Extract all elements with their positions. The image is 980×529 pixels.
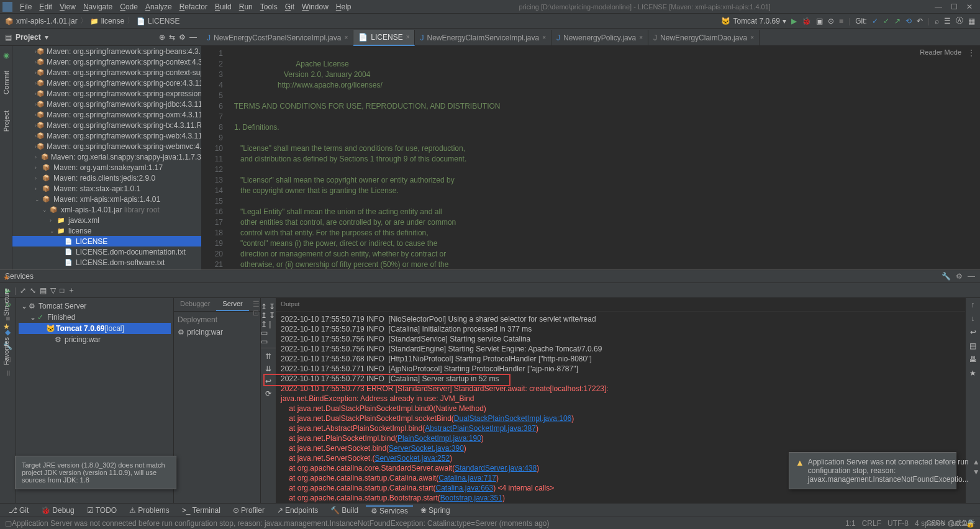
menu-help[interactable]: Help [332, 2, 355, 11]
code-content[interactable]: Apache License Version 2.0, January 2004… [228, 46, 980, 269]
tree-row[interactable]: ›📦Maven: org.yaml:snakeyaml:1.17 [12, 162, 201, 173]
tip-up-icon[interactable]: ▲ [973, 458, 980, 466]
tree-row[interactable]: ›📦Maven: stax:stax-api:1.0.1 [12, 183, 201, 194]
menu-edit[interactable]: Edit [35, 2, 56, 11]
avatar-icon[interactable]: Ⓐ [956, 16, 963, 26]
project-vtab[interactable]: Project [1, 106, 11, 137]
menu-refactor[interactable]: Refactor [176, 2, 211, 11]
menu-run[interactable]: Run [235, 2, 256, 11]
git-update-icon[interactable]: ✓ [872, 17, 878, 25]
search-icon[interactable]: ⌕ [935, 17, 939, 25]
services-wrench-icon[interactable]: 🔧 [941, 272, 951, 281]
editor-tab[interactable]: JNewEnergyCostPanelServiceImpl.java× [202, 30, 353, 46]
svc-expand-icon[interactable]: ⤢ [20, 286, 26, 295]
coverage-icon[interactable]: ▣ [816, 17, 823, 25]
profile-icon[interactable]: ⊙ [828, 17, 834, 25]
out-up-icon[interactable]: ⇈ [265, 352, 271, 361]
svc-tree-icon[interactable]: ▤ [40, 286, 47, 295]
tree-row[interactable]: ›📦Maven: org.springframework:spring-oxm:… [12, 109, 201, 120]
run-config-selector[interactable]: 🐱Tomcat 7.0.69▾ [721, 17, 786, 25]
editor-tab[interactable]: 📄LICENSE× [353, 30, 415, 46]
services-gear-icon[interactable]: ⚙ [956, 272, 963, 281]
tree-collapse-icon[interactable]: ⇆ [169, 33, 175, 42]
tree-row[interactable]: ⌄📦Maven: xml-apis:xml-apis:1.4.01 [12, 194, 201, 204]
menu-tools[interactable]: Tools [256, 2, 281, 11]
tab-close-icon[interactable]: × [750, 34, 754, 41]
tip-down-icon[interactable]: ▼ [973, 468, 980, 476]
scroll-bot-icon[interactable]: ↓ [971, 314, 975, 323]
services-hide-icon[interactable]: — [968, 272, 975, 281]
close-icon[interactable]: ✕ [966, 2, 973, 11]
menu-code[interactable]: Code [116, 2, 142, 11]
maximize-icon[interactable]: ☐ [951, 2, 958, 11]
code-editor[interactable]: 123456789101112131415161718192021 Apache… [202, 46, 980, 269]
tree-row[interactable]: ›📦Maven: org.springframework:spring-expr… [12, 88, 201, 99]
tree-row[interactable]: ›📦Maven: org.springframework:spring-web:… [12, 130, 201, 141]
menu-view[interactable]: View [56, 2, 79, 11]
favorites-vtab[interactable]: Favorites [2, 337, 10, 365]
tree-row[interactable]: 📄LICENSE.dom-software.txt [12, 257, 201, 268]
editor-tab[interactable]: JNewEnergyClaimServiceImpl.java× [415, 30, 551, 46]
more-icon[interactable]: ▦ [968, 17, 975, 25]
svc-tree-row[interactable]: ⌄✓Finished [19, 312, 171, 323]
reader-mode-label[interactable]: Reader Mode [920, 48, 961, 56]
svc-tree-row[interactable]: ⌄⚙Tomcat Server [19, 301, 171, 312]
breadcrumb-jar[interactable]: 📦xml-apis-1.4.01.jar [5, 17, 78, 25]
tab-server[interactable]: Server [216, 298, 248, 311]
minimize-icon[interactable]: — [935, 2, 942, 11]
menu-analyze[interactable]: Analyze [142, 2, 176, 11]
stop-icon[interactable]: ■ [839, 17, 843, 25]
tab-close-icon[interactable]: × [344, 34, 348, 41]
out-softwrap-icon[interactable]: ↩ [970, 328, 976, 337]
bottom-tab-git[interactable]: ⎇Git [4, 506, 34, 515]
git-commit-icon[interactable]: ✓ [883, 17, 889, 25]
out-print-icon[interactable]: 🖶 [969, 355, 977, 364]
tree-row[interactable]: ⌄📁license [12, 225, 201, 236]
status-item[interactable]: UTF-8 [887, 519, 909, 528]
tab-close-icon[interactable]: × [639, 34, 643, 41]
fav-icon[interactable]: ★ [3, 322, 10, 331]
tree-row[interactable]: ›📦Maven: org.springframework:spring-bean… [12, 46, 201, 57]
tree-row[interactable]: ›📦Maven: org.xerial.snappy:snappy-java:1… [12, 151, 201, 162]
status-icon[interactable]: ▢ [5, 519, 12, 528]
bottom-tab-debug[interactable]: 🐞Debug [36, 506, 79, 515]
bookmark-icon[interactable]: ★ [3, 273, 10, 282]
out-wrap-icon[interactable]: ↩ [265, 377, 271, 386]
git-push-icon[interactable]: ↗ [894, 17, 901, 25]
editor-tab[interactable]: JNewenergyPolicy.java× [551, 30, 648, 46]
commit-vtab[interactable]: Commit [1, 66, 11, 99]
tree-row[interactable]: ›📦Maven: org.springframework:spring-webm… [12, 141, 201, 151]
svc-add-icon[interactable]: ＋ [68, 285, 75, 296]
out-down-icon[interactable]: ⇊ [265, 364, 271, 373]
tab-debugger[interactable]: Debugger [174, 298, 216, 311]
menu-git[interactable]: Git [281, 2, 298, 11]
bottom-tab-build[interactable]: 🔨Build [325, 506, 363, 515]
bottom-tab-services[interactable]: ⚙Services [366, 505, 413, 515]
deployment-item[interactable]: ⚙pricing:war [178, 328, 256, 337]
debug-icon[interactable]: 🐞 [802, 17, 811, 25]
out-more-icon[interactable]: ★ [969, 369, 976, 378]
commit-vtab-icon[interactable]: ◉ [3, 51, 9, 60]
bottom-tab-spring[interactable]: ❀Spring [415, 506, 455, 515]
tree-settings-icon[interactable]: ⚙ [179, 33, 186, 42]
tree-row[interactable]: ⌄📦xml-apis-1.4.01.jar library root [12, 204, 201, 215]
project-tool-icon[interactable]: ▤ [5, 33, 12, 42]
project-label[interactable]: Project [16, 33, 41, 42]
bottom-tab-profiler[interactable]: ⊙Profiler [228, 506, 270, 515]
hide-icon[interactable]: — [189, 33, 197, 42]
svc-pause-icon[interactable]: ⏸ [4, 369, 12, 378]
status-item[interactable]: 1:1 [845, 519, 856, 528]
out-layout-icon[interactable]: ▤ [969, 341, 976, 350]
run-icon[interactable]: ▶ [791, 17, 797, 25]
svc-tree-row[interactable]: 🐱Tomcat 7.0.69 [local] [19, 323, 171, 334]
target-icon[interactable]: ⊕ [159, 33, 165, 42]
bottom-tab-todo[interactable]: ☑TODO [82, 506, 122, 515]
svc-stop-icon[interactable]: □ [60, 286, 64, 295]
editor-tab[interactable]: JNewEnergyClaimDao.java× [648, 30, 760, 46]
tree-row[interactable]: ›📦Maven: org.springframework:spring-tx:4… [12, 120, 201, 130]
tab-close-icon[interactable]: × [406, 34, 410, 40]
svc-tree-row[interactable]: ⚙pricing:war [19, 334, 171, 345]
tree-row[interactable]: ›📦Maven: redis.clients:jedis:2.9.0 [12, 173, 201, 183]
structure-vtab[interactable]: Structure [2, 288, 10, 316]
tab-close-icon[interactable]: × [542, 34, 546, 41]
